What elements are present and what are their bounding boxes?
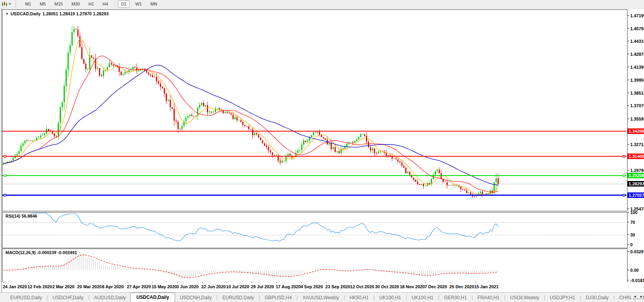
price-tick-1.42870: 1.42870 bbox=[628, 52, 644, 57]
date-label-17-aug-2020: 17 Aug 2020 bbox=[276, 284, 301, 289]
tab-dj30-daily[interactable]: DJ30,Daily bbox=[581, 293, 613, 302]
timeframe-button-m1[interactable]: M1 bbox=[22, 0, 34, 8]
axis-tick-mark bbox=[628, 15, 629, 16]
toolbar-grip-handle[interactable] bbox=[15, 1, 18, 7]
date-label-8-apr-2020: 8 Apr 2020 bbox=[102, 284, 124, 289]
price-tick-1.41390: 1.41390 bbox=[628, 65, 644, 70]
macd-tick-0.032972: 0.032972 bbox=[628, 249, 644, 254]
date-label-23-sep-2020: 23 Sep 2020 bbox=[326, 284, 350, 289]
date-tick-mark bbox=[301, 282, 302, 283]
axis-tick-mark bbox=[628, 54, 629, 54]
date-label-27-apr-2020: 27 Apr 2020 bbox=[127, 284, 151, 289]
axis-tick-mark bbox=[628, 41, 629, 41]
timeframe-button-m15[interactable]: M15 bbox=[51, 0, 66, 8]
mt4-terminal: { "toolbar": { "chart_icon": "candlestic… bbox=[0, 0, 644, 302]
tab-scroll-right-icon[interactable]: ► bbox=[640, 295, 643, 298]
date-tick-mark bbox=[401, 282, 401, 283]
date-label-25-dec-2020: 25 Dec 2020 bbox=[450, 284, 474, 289]
date-tick-mark bbox=[78, 282, 79, 283]
date-label-2-mar-2020: 2 Mar 2020 bbox=[52, 284, 74, 289]
timeframe-button-d1[interactable]: D1 bbox=[118, 0, 130, 8]
date-tick-mark bbox=[276, 282, 277, 283]
chart-title: ▼ USDCAD,Daily 1.28051 1.28419 1.27870 1… bbox=[5, 11, 109, 16]
axis-tick-mark bbox=[628, 234, 629, 235]
hline-price-label-1.27027: 1.27027 bbox=[628, 192, 644, 198]
price-tick-1.32710: 1.32710 bbox=[628, 142, 644, 147]
rsi-canvas[interactable] bbox=[2, 212, 626, 247]
candlestick-chart-icon bbox=[2, 2, 7, 7]
price-chart-canvas[interactable] bbox=[2, 10, 626, 210]
timeframe-button-h1[interactable]: H1 bbox=[85, 0, 97, 8]
date-label-15-jan-2021: 15 Jan 2021 bbox=[474, 284, 499, 289]
chart-type-dropdown-caret-icon[interactable]: ▼ bbox=[8, 2, 11, 6]
axis-tick-mark bbox=[628, 280, 629, 280]
hline-price-label-1.34206: 1.34206 bbox=[628, 128, 644, 134]
date-label-30-oct-2020: 30 Oct 2020 bbox=[375, 284, 399, 289]
date-tick-mark bbox=[202, 282, 203, 283]
tab-usdjpy-h1[interactable]: USDJPY,H1 bbox=[545, 293, 580, 302]
tab-usdcad-daily[interactable]: USDCAD,Daily bbox=[130, 293, 175, 302]
date-tick-mark bbox=[227, 282, 227, 283]
tab-uk100-h1[interactable]: UK100,H1 bbox=[375, 293, 406, 302]
date-label-15-may-2020: 15 May 2020 bbox=[152, 284, 177, 289]
tab-ger30-h1[interactable]: GER30,H1 bbox=[439, 293, 472, 302]
hline-price-label-1.29208: 1.29208 bbox=[628, 173, 644, 178]
chart-type-button[interactable]: ▼ bbox=[0, 2, 13, 7]
price-axis[interactable]: 1.471901.457501.443101.428701.413901.399… bbox=[628, 9, 644, 292]
timeframe-button-m30[interactable]: M30 bbox=[68, 0, 83, 8]
date-tick-mark bbox=[128, 282, 128, 283]
chart-menu-caret-icon[interactable]: ▼ bbox=[5, 12, 9, 16]
tab-xauusd-weekly[interactable]: XAUUSD,Weekly bbox=[298, 293, 343, 302]
date-tick-mark bbox=[53, 282, 53, 283]
date-tick-mark bbox=[28, 282, 29, 283]
macd-canvas[interactable] bbox=[2, 249, 626, 281]
tab-uk100-h1[interactable]: UK100,H1 bbox=[407, 293, 438, 302]
toolbar-separator bbox=[114, 1, 115, 7]
rsi-tick-100: 100 bbox=[628, 210, 644, 215]
tab-fra40-h1[interactable]: FRA40,H1 bbox=[473, 293, 504, 302]
timeframe-button-m5[interactable]: M5 bbox=[37, 0, 49, 8]
tab-gbpusd-h4[interactable]: GBPUSD,H4 bbox=[260, 293, 296, 302]
macd-tick--0.018154: -0.018154 bbox=[628, 278, 644, 283]
tab-scroll-left-icon[interactable]: ◄ bbox=[633, 295, 637, 298]
date-tick-mark bbox=[4, 282, 4, 283]
axis-tick-mark bbox=[628, 251, 629, 252]
axis-tick-mark bbox=[628, 222, 629, 222]
tab-usoil-weekly[interactable]: USOil,Weekly bbox=[505, 293, 544, 302]
tab-hk50-h1[interactable]: HK50,H1 bbox=[345, 293, 373, 302]
price-tick-1.44310: 1.44310 bbox=[628, 39, 644, 44]
date-tick-mark bbox=[326, 282, 327, 283]
current-price-label: 1.28293 bbox=[628, 181, 644, 187]
date-label-12-feb-2020: 12 Feb 2020 bbox=[27, 284, 52, 289]
date-tick-mark bbox=[177, 282, 177, 283]
tab-eurusd-daily[interactable]: EURUSD,Daily bbox=[5, 293, 47, 302]
timeframe-button-w1[interactable]: W1 bbox=[132, 0, 145, 8]
tab-audusd-daily[interactable]: AUDUSD,Daily bbox=[90, 293, 131, 302]
macd-label: MACD(12,26,9) -0.000239 -0.002491 bbox=[5, 250, 77, 255]
tab-usdchf-daily[interactable]: USDCHF,Daily bbox=[48, 293, 88, 302]
price-tick-1.39950: 1.39950 bbox=[628, 78, 644, 82]
tab-eurusd-daily[interactable]: EURUSD,Daily bbox=[218, 293, 259, 302]
date-tick-mark bbox=[425, 282, 426, 283]
axis-tick-mark bbox=[628, 119, 629, 119]
date-label-24-jan-2020: 24 Jan 2020 bbox=[3, 284, 27, 289]
macd-tick-0.00: 0.00 bbox=[628, 268, 644, 273]
date-tick-mark bbox=[103, 282, 103, 283]
date-label-29-jul-2020: 29 Jul 2020 bbox=[251, 284, 274, 289]
axis-tick-mark bbox=[628, 93, 629, 93]
rsi-indicator-panel: RSI(14) 56.8846 bbox=[2, 212, 628, 248]
hline-price-label-1.31405: 1.31405 bbox=[628, 154, 644, 159]
date-label-7-dec-2020: 7 Dec 2020 bbox=[424, 284, 447, 289]
price-tick-1.35590: 1.35590 bbox=[628, 117, 644, 121]
chart-tab-bar: EURUSD,Daily|USDCHF,Daily|AUDUSD,DailyUS… bbox=[0, 292, 644, 302]
date-tick-mark bbox=[252, 282, 252, 283]
date-axis[interactable]: 24 Jan 202012 Feb 20202 Mar 202020 Mar 2… bbox=[2, 282, 628, 292]
timeframe-button-h4[interactable]: H4 bbox=[99, 0, 111, 8]
timeframe-button-mn[interactable]: MN bbox=[147, 0, 160, 8]
rsi-tick-0: 0 bbox=[628, 242, 644, 247]
date-tick-mark bbox=[351, 282, 351, 283]
axis-tick-mark bbox=[628, 80, 629, 80]
date-tick-mark bbox=[152, 282, 153, 283]
tab-usdcnh-daily[interactable]: USDCNH,Daily bbox=[175, 293, 216, 302]
price-tick-1.45750: 1.45750 bbox=[628, 26, 644, 31]
